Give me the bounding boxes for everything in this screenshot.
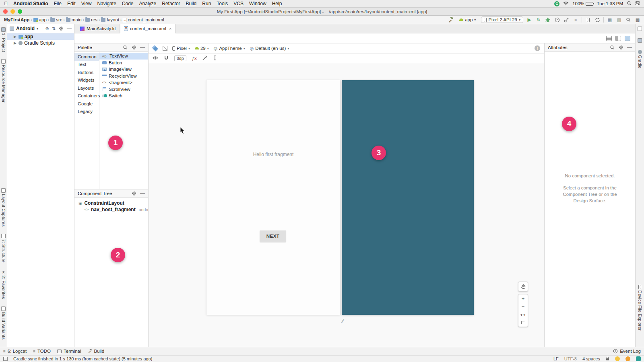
menu-refactor[interactable]: Refactor <box>162 1 180 6</box>
breadcrumb-file[interactable]: content_main.xml <box>122 17 165 22</box>
breadcrumb-project[interactable]: MyFirstApp <box>3 17 30 22</box>
gear-icon[interactable] <box>618 45 624 50</box>
preview-resize-handle[interactable]: // <box>341 318 344 324</box>
hide-panel-icon[interactable]: — <box>140 191 145 196</box>
locale-dropdown[interactable]: ◎ Default (en-us) ▾ <box>250 46 289 51</box>
zoom-out-button[interactable]: − <box>518 302 528 311</box>
default-margins-selector[interactable]: 0dp <box>174 56 186 61</box>
breadcrumb-app[interactable]: app <box>33 17 47 22</box>
run-config-selector[interactable]: app ▾ <box>457 17 478 23</box>
category-text[interactable]: Text <box>74 61 99 69</box>
debug-icon[interactable] <box>545 16 551 23</box>
breadcrumb-src[interactable]: src <box>50 17 63 22</box>
menu-window[interactable]: Window <box>249 1 266 6</box>
component-button[interactable]: Button <box>99 60 148 66</box>
issues-indicator-icon[interactable]: ! <box>535 45 540 51</box>
menu-run[interactable]: Run <box>202 1 211 6</box>
theme-indicator-icon[interactable] <box>636 356 641 361</box>
split-view-icon[interactable] <box>615 36 621 41</box>
grammarly-icon[interactable]: G <box>554 1 559 6</box>
search-everywhere-icon[interactable] <box>625 16 632 23</box>
project-view-selector[interactable]: Android <box>16 26 35 31</box>
category-google[interactable]: Google <box>74 100 99 108</box>
zoom-in-button[interactable]: + <box>518 294 528 302</box>
app-menu[interactable]: Android Studio <box>13 1 48 6</box>
breadcrumb-layout[interactable]: layout <box>100 17 120 22</box>
category-widgets[interactable]: Widgets <box>74 76 99 84</box>
toolstripe-favorites[interactable]: ★ 2: Favorites <box>1 270 6 299</box>
menu-build[interactable]: Build <box>186 1 197 6</box>
device-selector[interactable]: Pixel 2 API 29 ▾ <box>481 16 523 23</box>
breadcrumb-res[interactable]: res <box>85 17 98 22</box>
gear-icon[interactable] <box>58 26 64 31</box>
preview-toggle-icon[interactable] <box>638 27 642 31</box>
component-recyclerview[interactable]: RecyclerView <box>99 73 148 80</box>
line-separator-widget[interactable]: LF <box>553 356 559 361</box>
menu-navigate[interactable]: Navigate <box>97 1 116 6</box>
close-tab-icon[interactable]: × <box>169 26 171 31</box>
close-window-button[interactable] <box>3 9 8 14</box>
component-textview[interactable]: Ab TextView <box>99 53 148 60</box>
indent-widget[interactable]: 4 spaces <box>582 356 600 361</box>
tree-row-constraintlayout[interactable]: ▣ ConstraintLayout <box>74 200 148 206</box>
battery-indicator[interactable]: 100% <box>572 1 593 6</box>
expand-arrow-icon[interactable]: ▶ <box>14 35 17 39</box>
minimize-window-button[interactable] <box>10 9 15 14</box>
component-switch[interactable]: Switch <box>99 93 148 99</box>
toolstripe-gradle[interactable]: Gradle <box>638 50 642 68</box>
tab-mainactivity[interactable]: MainActivity.kt <box>76 24 120 33</box>
infer-constraints-wand-icon[interactable] <box>202 56 207 61</box>
profiler-icon[interactable] <box>554 16 560 23</box>
gear-icon[interactable] <box>131 191 137 196</box>
control-center-icon[interactable] <box>635 1 640 6</box>
api-level-dropdown[interactable]: 29 ▾ <box>195 46 209 51</box>
toolwindow-toggle-icon[interactable] <box>3 357 8 361</box>
sync-project-icon[interactable] <box>594 16 601 23</box>
toolwindow-build[interactable]: Build <box>88 349 105 354</box>
encoding-widget[interactable]: UTF-8 <box>564 356 577 361</box>
blueprint-off-icon[interactable] <box>163 46 167 51</box>
highlighting-level-icon[interactable] <box>615 356 620 361</box>
tree-row-nav-host-fragment[interactable]: <> nav_host_fragment androi... <box>74 206 148 213</box>
apply-changes-icon[interactable]: ↻ <box>535 16 542 23</box>
category-legacy[interactable]: Legacy <box>74 108 99 116</box>
menu-tools[interactable]: Tools <box>217 1 228 6</box>
stop-button[interactable]: ■ <box>572 16 579 23</box>
component-imageview[interactable]: ImageView <box>99 66 148 73</box>
hide-panel-icon[interactable]: — <box>67 26 72 31</box>
project-tree-row-app[interactable]: ▶ app <box>7 33 74 40</box>
category-buttons[interactable]: Buttons <box>74 68 99 76</box>
device-dropdown[interactable]: Pixel ▾ <box>172 46 190 51</box>
event-log-button[interactable]: Event Log <box>613 349 641 354</box>
menu-help[interactable]: Help <box>272 1 282 6</box>
hide-panel-icon[interactable]: — <box>627 45 632 50</box>
hide-panel-icon[interactable]: — <box>140 45 145 50</box>
toolstripe-layout-captures[interactable]: Layout Captures <box>1 188 6 227</box>
collapse-all-icon[interactable]: ⇅ <box>52 26 56 31</box>
zoom-level[interactable]: 1:1 <box>518 311 528 319</box>
run-button[interactable]: ▶ <box>526 16 533 23</box>
hello-textview[interactable]: Hello first fragment <box>206 152 340 157</box>
menu-view[interactable]: View <box>81 1 92 6</box>
view-options-eye-icon[interactable] <box>153 56 158 61</box>
wifi-icon[interactable] <box>563 1 569 6</box>
apple-menu-icon[interactable]:  <box>4 1 8 6</box>
toolstripe-build-variants[interactable]: Build Variants <box>1 306 6 339</box>
search-icon[interactable] <box>609 45 615 50</box>
next-button[interactable]: NEXT <box>260 230 286 242</box>
attach-debugger-icon[interactable] <box>563 16 570 23</box>
design-mode-icon[interactable] <box>153 46 158 51</box>
guideline-icon[interactable] <box>213 56 217 61</box>
category-layouts[interactable]: Layouts <box>74 84 99 92</box>
layout-inspector-icon[interactable]: ▩ <box>634 16 641 23</box>
toolstripe-structure[interactable]: 7: Structure <box>1 234 6 263</box>
menu-code[interactable]: Code <box>122 1 134 6</box>
toolwindow-todo[interactable]: ≡ TODO <box>33 349 51 354</box>
toolwindow-logcat[interactable]: ≡ 6: Logcat <box>3 349 27 354</box>
scope-icon[interactable]: ⊕ <box>45 26 49 31</box>
menu-file[interactable]: File <box>54 1 62 6</box>
search-icon[interactable] <box>122 45 128 50</box>
menu-vcs[interactable]: VCS <box>233 1 244 6</box>
design-preview[interactable]: Hello first fragment NEXT <box>206 80 340 315</box>
device-manager-icon[interactable] <box>585 16 591 23</box>
